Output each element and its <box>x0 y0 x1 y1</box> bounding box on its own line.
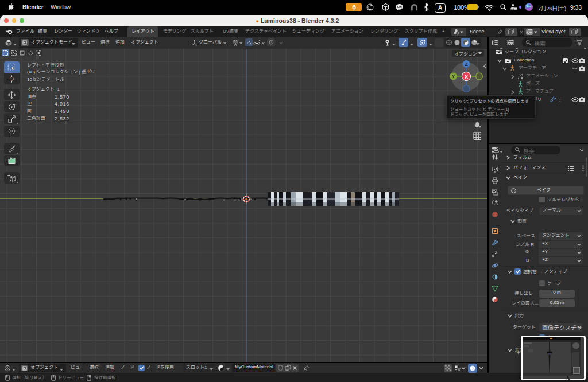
svg-text:Y: Y <box>452 73 455 79</box>
svg-text:Z: Z <box>465 61 467 67</box>
svg-text:X: X <box>465 74 468 80</box>
